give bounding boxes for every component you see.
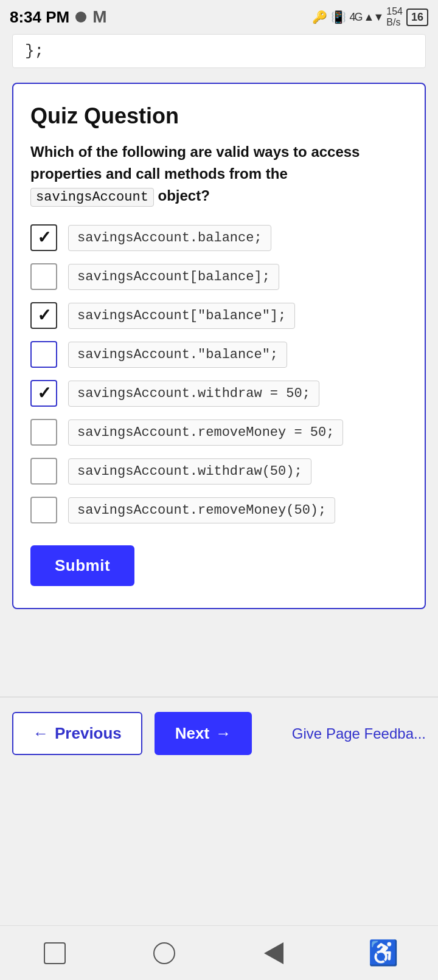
next-label: Next: [175, 724, 209, 743]
time: 8:34 PM: [10, 8, 69, 27]
checkbox-3[interactable]: ✓: [30, 302, 57, 329]
option-code-7: savingsAccount.withdraw(50);: [68, 458, 311, 485]
option-4[interactable]: savingsAccount."balance";: [30, 341, 408, 368]
submit-button[interactable]: Submit: [30, 545, 134, 586]
checkbox-5[interactable]: ✓: [30, 380, 57, 407]
home-button[interactable]: [36, 935, 73, 971]
option-1[interactable]: ✓ savingsAccount.balance;: [30, 224, 408, 251]
nav-bar: ← Previous Next → Give Page Feedba...: [0, 697, 438, 770]
next-button[interactable]: Next →: [155, 712, 252, 755]
spacer: [0, 624, 438, 660]
option-code-8: savingsAccount.removeMoney(50);: [68, 497, 335, 523]
previous-label: Previous: [55, 724, 122, 743]
question-text-part2: object?: [154, 187, 210, 204]
checkbox-2[interactable]: [30, 263, 57, 290]
accessibility-button[interactable]: ♿: [365, 935, 401, 971]
signal-icons: 4G ▲▼: [350, 11, 383, 24]
checkmark-1: ✓: [37, 229, 51, 246]
vibrate-icon: 📳: [331, 10, 346, 24]
option-2[interactable]: savingsAccount[balance];: [30, 263, 408, 290]
quiz-question: Which of the following are valid ways to…: [30, 141, 408, 207]
option-code-6: savingsAccount.removeMoney = 50;: [68, 419, 343, 446]
android-nav-bar: ♿: [0, 925, 438, 980]
arrow-right-icon: →: [215, 724, 231, 743]
option-7[interactable]: savingsAccount.withdraw(50);: [30, 458, 408, 485]
checkmark-3: ✓: [37, 307, 51, 324]
option-code-4: savingsAccount."balance";: [68, 342, 287, 368]
option-3[interactable]: ✓ savingsAccount["balance"];: [30, 302, 408, 329]
back-button[interactable]: [146, 935, 182, 971]
option-5[interactable]: ✓ savingsAccount.withdraw = 50;: [30, 380, 408, 407]
checkbox-4[interactable]: [30, 341, 57, 368]
dot-indicator: [75, 12, 86, 22]
option-code-5: savingsAccount.withdraw = 50;: [68, 381, 319, 407]
feedback-link[interactable]: Give Page Feedba...: [292, 725, 426, 742]
triangle-icon: [264, 942, 283, 964]
gmail-icon: M: [92, 7, 106, 27]
arrow-left-icon: ←: [33, 724, 49, 743]
checkbox-6[interactable]: [30, 419, 57, 446]
checkbox-1[interactable]: ✓: [30, 224, 57, 251]
battery-indicator: 16: [406, 9, 428, 26]
recents-button[interactable]: [255, 935, 292, 971]
bps-label: 154B/s: [386, 6, 403, 28]
status-right: 🔑 📳 4G ▲▼ 154B/s 16: [312, 6, 428, 28]
status-time-area: 8:34 PM M: [10, 7, 107, 27]
quiz-card: Quiz Question Which of the following are…: [12, 83, 426, 609]
person-icon: ♿: [368, 939, 398, 967]
option-code-1: savingsAccount.balance;: [68, 225, 271, 251]
options-list: ✓ savingsAccount.balance; savingsAccount…: [30, 224, 408, 523]
quiz-title: Quiz Question: [30, 103, 408, 129]
checkmark-5: ✓: [37, 385, 51, 402]
inline-code-savings: savingsAccount: [30, 188, 154, 207]
option-code-2: savingsAccount[balance];: [68, 264, 279, 290]
checkbox-8[interactable]: [30, 497, 57, 523]
circle-icon: [153, 942, 175, 964]
option-8[interactable]: savingsAccount.removeMoney(50);: [30, 497, 408, 523]
key-icon: 🔑: [312, 10, 327, 24]
option-6[interactable]: savingsAccount.removeMoney = 50;: [30, 419, 408, 446]
option-code-3: savingsAccount["balance"];: [68, 303, 295, 329]
question-text-part1: Which of the following are valid ways to…: [30, 143, 360, 182]
previous-button[interactable]: ← Previous: [12, 712, 142, 755]
checkbox-7[interactable]: [30, 458, 57, 485]
square-icon: [44, 942, 66, 964]
code-snippet-top: };: [12, 34, 426, 68]
status-bar: 8:34 PM M 🔑 📳 4G ▲▼ 154B/s 16: [0, 0, 438, 34]
